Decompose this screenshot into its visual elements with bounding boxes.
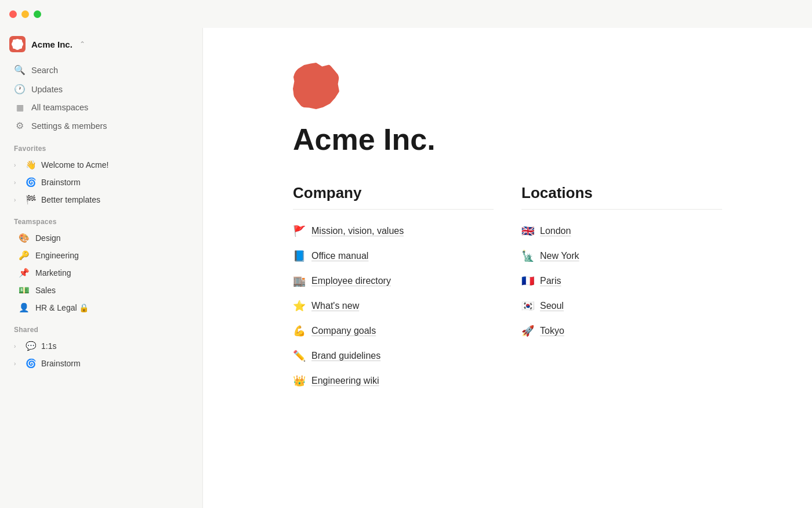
engwiki-text: Engineering wiki xyxy=(311,376,379,386)
list-item-engwiki[interactable]: 👑 Engineering wiki xyxy=(293,369,494,394)
seoul-text: Seoul xyxy=(540,301,564,311)
mission-text: Mission, vision, values xyxy=(311,226,404,236)
sidebar-settings-label: Settings & members xyxy=(31,121,107,131)
list-item-directory[interactable]: 🏬 Employee directory xyxy=(293,269,494,294)
sidebar-item-welcome[interactable]: › 👋 Welcome to Acme! xyxy=(5,157,198,173)
brainstorm-emoji: 🌀 xyxy=(26,177,37,188)
sidebar-item-engineering[interactable]: 🔑 Engineering xyxy=(5,247,198,264)
list-item-brand[interactable]: ✏️ Brand guidelines xyxy=(293,344,494,369)
sidebar-item-design[interactable]: 🎨 Design xyxy=(5,230,198,246)
gear-icon: ⚙ xyxy=(14,120,26,131)
sidebar-item-brainstorm[interactable]: › 🌀 Brainstorm xyxy=(5,174,198,190)
company-section: Company 🚩 Mission, vision, values 📘 Offi… xyxy=(293,184,494,394)
sidebar-welcome-label: Welcome to Acme! xyxy=(41,160,108,170)
page-icon xyxy=(293,63,722,109)
list-item-whatsnew[interactable]: ⭐ What's new xyxy=(293,294,494,319)
sidebar-item-brainstorm2[interactable]: › 🌀 Brainstorm xyxy=(5,355,198,372)
chevron-right-icon: › xyxy=(14,343,21,350)
favorites-section-header: Favorites xyxy=(0,135,202,156)
templates-emoji: 🏁 xyxy=(26,194,37,205)
sidebar-nav-search[interactable]: 🔍 Search xyxy=(5,61,198,79)
office-emoji: 📘 xyxy=(293,250,306,262)
locations-list: 🇬🇧 London 🗽 New York 🇫🇷 Paris 🇰🇷 Seoul xyxy=(521,219,722,344)
content-grid: Company 🚩 Mission, vision, values 📘 Offi… xyxy=(293,184,722,394)
fullscreen-button[interactable] xyxy=(34,10,41,18)
sidebar-nav-updates[interactable]: 🕐 Updates xyxy=(5,80,198,98)
goals-emoji: 💪 xyxy=(293,325,306,337)
office-text: Office manual xyxy=(311,251,368,261)
paris-emoji: 🇫🇷 xyxy=(521,275,534,287)
hr-emoji: 👤 xyxy=(19,302,30,313)
grid-icon: ▦ xyxy=(14,103,26,112)
directory-text: Employee directory xyxy=(311,276,391,286)
welcome-emoji: 👋 xyxy=(26,160,37,170)
acme-logo-shape xyxy=(293,63,339,109)
marketing-emoji: 📌 xyxy=(19,268,30,278)
sidebar-search-label: Search xyxy=(31,66,58,75)
sidebar-updates-label: Updates xyxy=(31,85,63,94)
brainstorm2-emoji: 🌀 xyxy=(26,358,37,369)
page-title: Acme Inc. xyxy=(293,123,722,156)
workspace-name: Acme Inc. xyxy=(31,39,72,49)
locations-heading: Locations xyxy=(521,184,722,210)
list-item-paris[interactable]: 🇫🇷 Paris xyxy=(521,269,722,294)
minimize-button[interactable] xyxy=(21,10,29,18)
sidebar-item-marketing[interactable]: 📌 Marketing xyxy=(5,265,198,281)
list-item-tokyo[interactable]: 🚀 Tokyo xyxy=(521,319,722,344)
sidebar-hr-label: HR & Legal 🔒 xyxy=(35,303,89,312)
design-emoji: 🎨 xyxy=(19,233,30,243)
close-button[interactable] xyxy=(9,10,17,18)
brand-emoji: ✏️ xyxy=(293,350,306,362)
sidebar-teamspaces-label: All teamspaces xyxy=(31,103,88,112)
london-emoji: 🇬🇧 xyxy=(521,225,534,237)
sales-emoji: 💵 xyxy=(19,285,30,296)
company-list: 🚩 Mission, vision, values 📘 Office manua… xyxy=(293,219,494,394)
search-icon: 🔍 xyxy=(14,64,26,75)
sidebar-sales-label: Sales xyxy=(35,286,56,295)
whatsnew-emoji: ⭐ xyxy=(293,300,306,312)
sidebar-item-1on1s[interactable]: › 💬 1:1s xyxy=(5,338,198,354)
list-item-goals[interactable]: 💪 Company goals xyxy=(293,319,494,344)
sidebar-brainstorm2-label: Brainstorm xyxy=(41,359,81,368)
workspace-chevron-icon: ⌃ xyxy=(79,40,85,48)
sidebar-design-label: Design xyxy=(35,233,61,243)
chevron-right-icon: › xyxy=(14,162,21,168)
list-item-london[interactable]: 🇬🇧 London xyxy=(521,219,722,244)
sidebar-marketing-label: Marketing xyxy=(35,268,71,278)
sidebar-templates-label: Better templates xyxy=(41,195,100,204)
workspace-selector[interactable]: Acme Inc. ⌃ xyxy=(0,28,202,60)
teamspaces-section-header: Teamspaces xyxy=(0,208,202,229)
goals-text: Company goals xyxy=(311,326,376,336)
sidebar-engineering-label: Engineering xyxy=(35,251,79,260)
mission-emoji: 🚩 xyxy=(293,225,306,237)
sidebar-item-hr[interactable]: 👤 HR & Legal 🔒 xyxy=(5,300,198,316)
whatsnew-text: What's new xyxy=(311,301,359,311)
1on1-emoji: 💬 xyxy=(26,341,37,351)
tokyo-text: Tokyo xyxy=(540,326,564,336)
titlebar xyxy=(0,0,812,28)
directory-emoji: 🏬 xyxy=(293,275,306,287)
clock-icon: 🕐 xyxy=(14,84,26,95)
main-content: Acme Inc. Company 🚩 Mission, vision, val… xyxy=(203,0,812,508)
sidebar-brainstorm-label: Brainstorm xyxy=(41,178,81,187)
newyork-text: New York xyxy=(540,251,579,261)
page-body: Acme Inc. Company 🚩 Mission, vision, val… xyxy=(246,28,768,440)
list-item-office[interactable]: 📘 Office manual xyxy=(293,244,494,269)
list-item-mission[interactable]: 🚩 Mission, vision, values xyxy=(293,219,494,244)
chevron-right-icon: › xyxy=(14,361,21,367)
engwiki-emoji: 👑 xyxy=(293,374,306,387)
sidebar-item-sales[interactable]: 💵 Sales xyxy=(5,282,198,298)
engineering-emoji: 🔑 xyxy=(19,250,30,261)
sidebar-item-templates[interactable]: › 🏁 Better templates xyxy=(5,192,198,208)
sidebar-nav-teamspaces[interactable]: ▦ All teamspaces xyxy=(5,99,198,116)
sidebar-1on1-label: 1:1s xyxy=(41,341,56,351)
tokyo-emoji: 🚀 xyxy=(521,325,534,337)
brand-text: Brand guidelines xyxy=(311,351,380,361)
sidebar-nav-settings[interactable]: ⚙ Settings & members xyxy=(5,117,198,135)
list-item-seoul[interactable]: 🇰🇷 Seoul xyxy=(521,294,722,319)
workspace-icon xyxy=(9,36,26,52)
chevron-right-icon: › xyxy=(14,179,21,186)
paris-text: Paris xyxy=(540,276,561,286)
sidebar: Acme Inc. ⌃ 🔍 Search 🕐 Updates ▦ All tea… xyxy=(0,0,203,508)
list-item-newyork[interactable]: 🗽 New York xyxy=(521,244,722,269)
